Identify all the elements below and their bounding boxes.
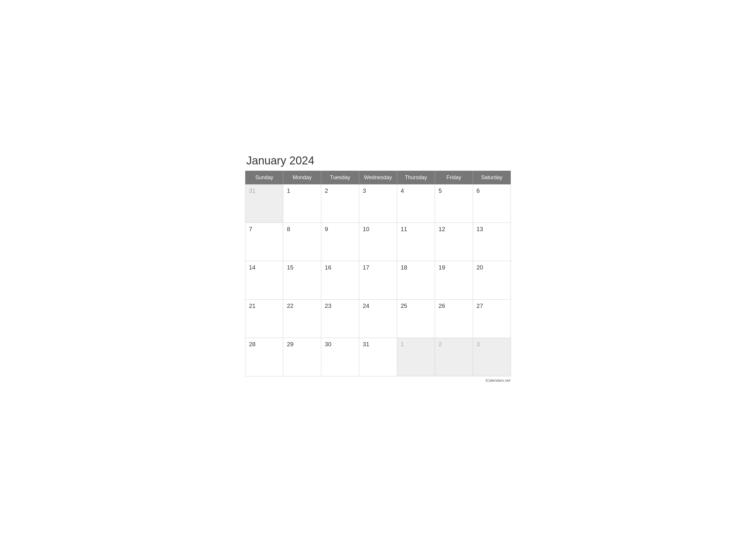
calendar-day[interactable]: 6 [473, 184, 511, 223]
calendar-day[interactable]: 3 [359, 184, 397, 223]
calendar-day[interactable]: 24 [359, 300, 397, 338]
header-day-tuesday: Tuesday [321, 171, 359, 184]
calendar-day[interactable]: 31 [359, 338, 397, 376]
calendar-day[interactable]: 16 [321, 261, 359, 300]
calendar-day[interactable]: 15 [283, 261, 321, 300]
calendar-day[interactable]: 28 [245, 338, 283, 376]
calendar-day[interactable]: 20 [473, 261, 511, 300]
header-day-friday: Friday [435, 171, 473, 184]
calendar-title: January 2024 [245, 154, 511, 167]
calendar-day[interactable]: 30 [321, 338, 359, 376]
week-row-2: 14151617181920 [245, 261, 511, 300]
calendar-day[interactable]: 1 [397, 338, 435, 376]
calendar-day[interactable]: 3 [473, 338, 511, 376]
header-day-monday: Monday [283, 171, 321, 184]
header-day-thursday: Thursday [397, 171, 435, 184]
calendar-container: January 2024 SundayMondayTuesdayWednesda… [236, 146, 520, 388]
calendar-day[interactable]: 17 [359, 261, 397, 300]
calendar-day[interactable]: 23 [321, 300, 359, 338]
calendar-day[interactable]: 9 [321, 223, 359, 261]
header-day-sunday: Sunday [245, 171, 283, 184]
header-row: SundayMondayTuesdayWednesdayThursdayFrid… [245, 171, 511, 184]
calendar-day[interactable]: 13 [473, 223, 511, 261]
week-row-4: 28293031123 [245, 338, 511, 376]
calendar-day[interactable]: 7 [245, 223, 283, 261]
calendar-day[interactable]: 29 [283, 338, 321, 376]
calendar-day[interactable]: 21 [245, 300, 283, 338]
week-row-3: 21222324252627 [245, 300, 511, 338]
calendar-day[interactable]: 5 [435, 184, 473, 223]
calendar-day[interactable]: 22 [283, 300, 321, 338]
calendar-day[interactable]: 31 [245, 184, 283, 223]
header-day-wednesday: Wednesday [359, 171, 397, 184]
calendar-day[interactable]: 1 [283, 184, 321, 223]
calendar-day[interactable]: 26 [435, 300, 473, 338]
calendar-day[interactable]: 18 [397, 261, 435, 300]
calendar-day[interactable]: 8 [283, 223, 321, 261]
header-day-saturday: Saturday [473, 171, 511, 184]
week-row-1: 78910111213 [245, 223, 511, 261]
calendar-table: SundayMondayTuesdayWednesdayThursdayFrid… [245, 171, 511, 376]
calendar-day[interactable]: 4 [397, 184, 435, 223]
calendar-day[interactable]: 2 [435, 338, 473, 376]
calendar-day[interactable]: 10 [359, 223, 397, 261]
week-row-0: 31123456 [245, 184, 511, 223]
calendar-day[interactable]: 12 [435, 223, 473, 261]
calendar-day[interactable]: 27 [473, 300, 511, 338]
calendar-day[interactable]: 11 [397, 223, 435, 261]
calendar-day[interactable]: 2 [321, 184, 359, 223]
watermark: iCalendars.net [245, 378, 511, 383]
calendar-day[interactable]: 25 [397, 300, 435, 338]
calendar-day[interactable]: 14 [245, 261, 283, 300]
calendar-day[interactable]: 19 [435, 261, 473, 300]
